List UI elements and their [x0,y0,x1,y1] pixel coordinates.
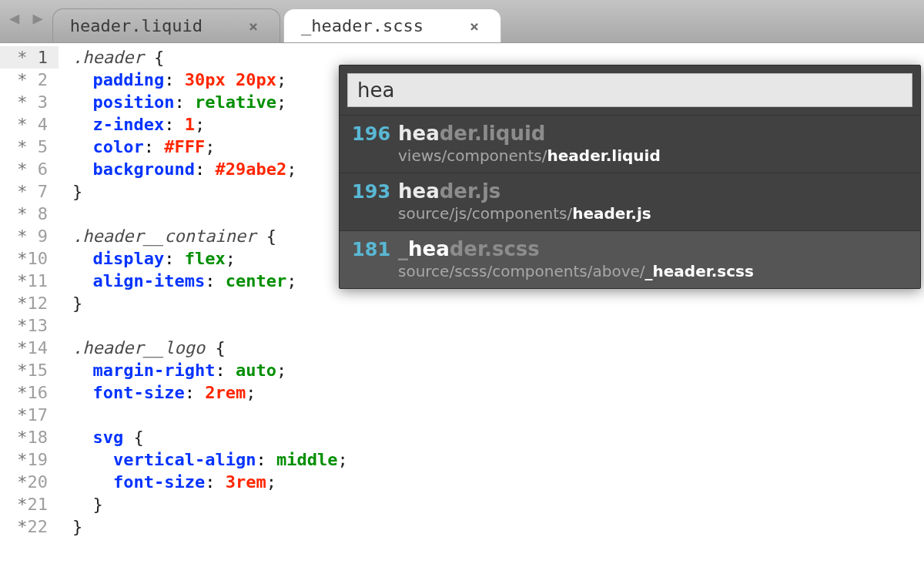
finder-result-path: source/js/components/header.js [352,203,908,223]
gutter-line: *13 [0,314,59,337]
finder-results: 196header.liquidviews/components/header.… [340,115,920,288]
finder-result-score: 181 [352,239,398,260]
code-line[interactable]: } [72,493,924,515]
gutter-line: *15 [0,359,59,381]
finder-result-filename: header.js [398,180,500,203]
finder-result-row[interactable]: 196header.liquidviews/components/header.… [340,115,920,173]
gutter: * 1* 2* 3* 4* 5* 6* 7* 8* 9*10*11*12*13*… [0,43,59,564]
gutter-line: *10 [0,247,59,270]
tab-header-liquid[interactable]: header.liquid × [52,8,280,42]
gutter-line: *12 [0,292,59,314]
finder-query: hea [357,79,394,102]
finder-result-path: source/scss/components/above/_header.scs… [352,260,908,280]
nav-forward-icon[interactable]: ▶ [33,8,45,28]
gutter-line: * 8 [0,203,59,225]
code-line[interactable]: .header__logo { [72,337,924,359]
gutter-line: * 1 [0,46,59,69]
close-icon[interactable]: × [470,17,479,35]
finder-result-row[interactable]: 193header.jssource/js/components/header.… [340,173,920,230]
finder-result-row[interactable]: 181_header.scsssource/scss/components/ab… [340,230,920,288]
gutter-line: *17 [0,404,59,426]
code-line[interactable]: } [72,292,924,314]
gutter-line: * 2 [0,69,59,91]
gutter-line: * 4 [0,113,59,136]
gutter-line: *11 [0,270,59,292]
gutter-line: *14 [0,337,59,359]
gutter-line: * 3 [0,91,59,113]
finder-result-score: 193 [352,181,398,203]
gutter-line: * 7 [0,180,59,203]
nav-arrows: ◀ ▶ [6,0,52,42]
close-icon[interactable]: × [249,17,258,35]
finder-search-input[interactable]: hea [347,73,912,107]
gutter-line: *18 [0,426,59,448]
code-line[interactable]: font-size: 3rem; [72,471,924,493]
gutter-line: *20 [0,471,59,493]
code-line[interactable]: font-size: 2rem; [72,381,924,404]
code-line[interactable]: svg { [72,426,924,448]
tab-label: _header.scss [301,16,470,35]
finder-result-filename: _header.scss [398,237,540,260]
tab-header-scss[interactable]: _header.scss × [283,8,501,42]
code-line[interactable] [72,314,924,337]
nav-back-icon[interactable]: ◀ [9,8,21,28]
gutter-line: *22 [0,515,59,538]
finder-result-score: 196 [352,123,398,145]
code-line[interactable] [72,404,924,426]
gutter-line: * 5 [0,136,59,158]
finder-result-path: views/components/header.liquid [352,145,908,165]
code-line[interactable]: } [72,515,924,538]
tab-label: header.liquid [70,16,249,35]
gutter-line: *19 [0,448,59,471]
fuzzy-finder: hea 196header.liquidviews/components/hea… [339,65,921,289]
finder-result-filename: header.liquid [398,122,545,145]
code-line[interactable]: margin-right: auto; [72,359,924,381]
code-line[interactable]: vertical-align: middle; [72,448,924,471]
tab-bar: ◀ ▶ header.liquid × _header.scss × [0,0,924,43]
gutter-line: * 6 [0,158,59,180]
gutter-line: *21 [0,493,59,515]
gutter-line: *16 [0,381,59,404]
gutter-line: * 9 [0,225,59,247]
